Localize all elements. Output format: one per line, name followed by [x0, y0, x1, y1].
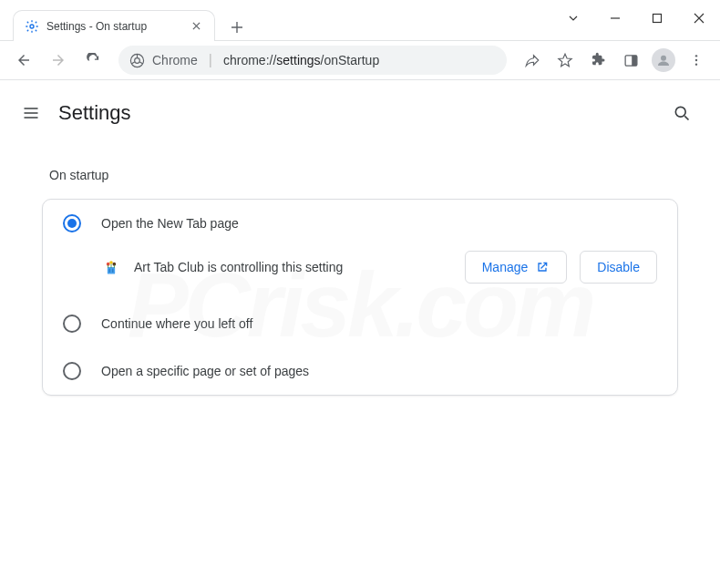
extension-app-icon: [101, 257, 121, 277]
option-specific-page[interactable]: Open a specific page or set of pages: [43, 347, 677, 395]
profile-avatar[interactable]: [649, 46, 678, 75]
svg-point-9: [695, 59, 697, 61]
manage-label: Manage: [482, 260, 529, 274]
manage-button[interactable]: Manage: [465, 251, 568, 284]
svg-rect-1: [653, 15, 662, 23]
tab-close-icon[interactable]: [189, 19, 203, 34]
toolbar-actions: [518, 46, 711, 75]
close-window-button[interactable]: [678, 0, 720, 36]
option-label: Open the New Tab page: [101, 216, 239, 231]
startup-options-card: Open the New Tab page Art Tab Club is co…: [42, 199, 678, 396]
omnibox-url: chrome://settings/onStartup: [223, 53, 379, 67]
svg-rect-13: [108, 267, 115, 274]
svg-point-8: [695, 55, 697, 57]
section-title: On startup: [49, 168, 678, 182]
settings-favicon-icon: [25, 19, 39, 34]
maximize-button[interactable]: [636, 0, 678, 36]
svg-point-2: [30, 25, 34, 28]
settings-header: Settings: [0, 80, 720, 146]
svg-line-12: [684, 116, 688, 119]
svg-rect-19: [108, 265, 108, 268]
svg-point-11: [675, 107, 685, 117]
chrome-menu-icon[interactable]: [682, 46, 711, 75]
disable-button[interactable]: Disable: [580, 251, 657, 284]
svg-rect-20: [111, 264, 112, 268]
extensions-icon[interactable]: [583, 46, 612, 75]
omnibox-separator: |: [209, 52, 212, 68]
svg-point-17: [109, 261, 113, 264]
window-dropdown-icon[interactable]: [552, 0, 594, 36]
svg-point-10: [695, 63, 697, 65]
option-label: Continue where you left off: [101, 316, 252, 331]
sidepanel-icon[interactable]: [616, 46, 645, 75]
svg-point-4: [135, 57, 140, 63]
omnibox-prefix: Chrome: [152, 53, 198, 67]
new-tab-button[interactable]: [224, 15, 250, 40]
radio-selected-icon[interactable]: [63, 214, 81, 232]
option-label: Open a specific page or set of pages: [101, 364, 309, 378]
svg-rect-15: [112, 269, 114, 273]
open-external-icon: [535, 260, 550, 274]
hamburger-menu-icon[interactable]: [20, 102, 42, 124]
option-new-tab[interactable]: Open the New Tab page: [43, 200, 677, 247]
radio-unselected-icon[interactable]: [63, 362, 81, 380]
browser-toolbar: Chrome | chrome://settings/onStartup: [0, 40, 720, 80]
minimize-button[interactable]: [594, 0, 636, 36]
back-button[interactable]: [9, 46, 38, 75]
reload-button[interactable]: [78, 46, 108, 75]
address-bar[interactable]: Chrome | chrome://settings/onStartup: [118, 46, 507, 75]
chrome-logo-icon: [129, 53, 145, 68]
svg-rect-6: [632, 55, 637, 65]
control-message: Art Tab Club is controlling this setting: [134, 260, 452, 274]
radio-unselected-icon[interactable]: [63, 315, 81, 333]
svg-rect-14: [109, 269, 111, 273]
tab-title: Settings - On startup: [46, 20, 181, 33]
settings-content: On startup Open the New Tab page: [0, 168, 720, 396]
disable-label: Disable: [597, 260, 640, 274]
option-continue[interactable]: Continue where you left off: [43, 300, 677, 347]
page-title: Settings: [58, 101, 663, 125]
share-icon[interactable]: [518, 46, 547, 75]
svg-point-7: [661, 56, 666, 61]
search-settings-icon[interactable]: [663, 95, 700, 131]
browser-tab[interactable]: Settings - On startup: [13, 10, 215, 41]
bookmark-icon[interactable]: [550, 46, 580, 75]
window-controls: [552, 0, 720, 36]
forward-button[interactable]: [44, 46, 73, 75]
extension-control-banner: Art Tab Club is controlling this setting…: [43, 247, 677, 300]
svg-rect-21: [114, 265, 115, 268]
